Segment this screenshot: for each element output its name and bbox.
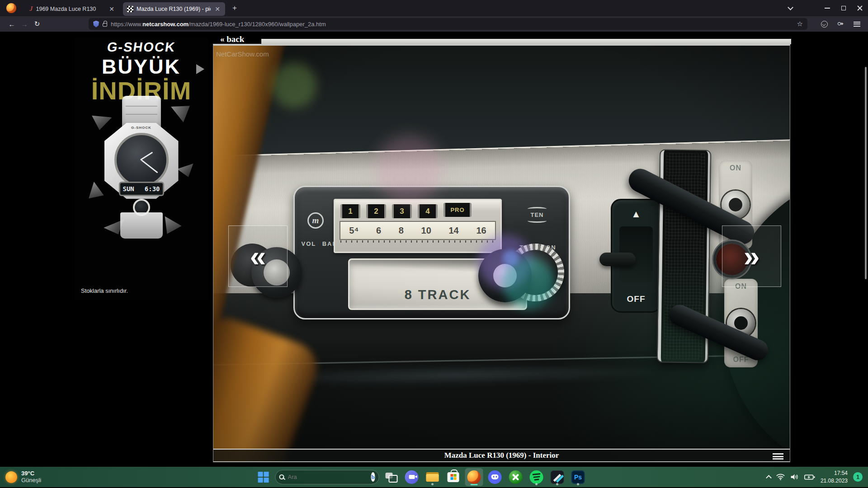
back-link[interactable]: « back [220,34,244,44]
firefox-button[interactable] [465,468,483,486]
task-view-button[interactable] [382,468,400,486]
sun-icon [5,471,17,483]
weather-widget[interactable]: 39°C Güneşli [0,470,41,484]
discord-button[interactable] [486,468,504,486]
task-view-icon [386,473,396,482]
wallpaper-engine-button[interactable] [548,468,566,486]
preset-button-3: 3 [392,204,412,218]
firefox-view-icon[interactable] [6,3,16,13]
notification-badge[interactable]: 1 [853,472,863,482]
windows-taskbar: 39°C Güneşli b Ps [0,467,868,487]
tab-mazda-pictures-active[interactable]: Mazda Luce R130 (1969) - pictur ✕ [123,2,225,16]
puzzle-piece-icon: ⚩ [838,20,844,28]
hidden-icons-chevron[interactable] [766,475,772,481]
xbox-button[interactable] [507,468,525,486]
photoshop-button[interactable]: Ps [569,468,587,486]
firefox-icon [467,470,481,484]
rocker-switch-panel: ▲ OFF [611,199,661,313]
url-bar[interactable]: https://www.netcarshow.com/mazda/1969-lu… [89,18,807,30]
radio-maker-logo: m [307,212,324,229]
page-scrollbar[interactable] [865,67,867,279]
netcarshow-watermark: NetCarShow.com [216,50,269,58]
extensions-button[interactable]: ⚩ [835,18,846,30]
clock[interactable]: 17:54 21.08.2023 [821,469,848,484]
ad-headline-1: BÜYÜK [75,55,208,79]
browser-titlebar: J 1969 Mazda Luce R130 ✕ Mazda Luce R130… [0,0,868,16]
gshock-ad-banner[interactable]: G-SHOCK BÜYÜK İNDİRİM G-SHOCK SUN 6:30 S… [75,38,208,300]
tab1-favicon: J [29,5,33,12]
bing-icon: b [371,472,375,482]
bokeh-flare [503,250,519,266]
double-chevron-left-icon: « [250,239,266,273]
car-interior-photo: m VOL BAL 1 2 3 4 PRO 5⁴ 6 8 10 [213,46,790,462]
chevron-down-icon [788,5,793,10]
minimize-icon [825,8,830,9]
wifi-icon[interactable] [776,474,785,480]
new-tab-button[interactable]: + [229,2,241,14]
wallpaper-image-frame: m VOL BAL 1 2 3 4 PRO 5⁴ 6 8 10 [213,44,790,462]
weather-temp: 39°C [21,470,41,477]
ten-logo-arc [528,207,547,211]
chat-camera-icon [405,470,419,484]
forward-button[interactable]: → [18,18,31,30]
tab-title: Mazda Luce R130 (1969) - pictur [137,6,211,12]
rocker-lever [599,253,636,266]
xbox-icon [509,470,523,484]
tray-date: 21.08.2023 [821,477,848,484]
next-image-button[interactable]: » [722,225,781,287]
tab-1969-mazda-luce[interactable]: J 1969 Mazda Luce R130 ✕ [25,2,119,16]
window-controls [782,0,868,16]
microsoft-store-button[interactable] [444,468,462,486]
bokeh-flare [271,63,316,108]
file-explorer-button[interactable] [424,468,442,486]
glass-shard [85,182,107,204]
lock-icon[interactable] [103,23,107,27]
menu-button[interactable] [851,18,863,30]
running-indicator [431,483,434,485]
watch-lcd: SUN 6:30 [119,182,164,196]
previous-image-button[interactable]: « [228,225,288,287]
pocket-button[interactable] [818,18,830,30]
restore-icon [841,6,846,10]
tab-close-icon[interactable]: ✕ [214,5,221,13]
eight-track-label: 8 TRACK [405,287,471,302]
tray-time: 17:54 [821,469,848,477]
glass-shard [177,164,193,177]
search-input[interactable] [288,474,368,480]
spotify-button[interactable] [528,468,546,486]
tab-close-icon[interactable]: ✕ [108,5,115,13]
ad-brand-logo: G-SHOCK [75,40,208,55]
url-text: https://www.netcarshow.com/mazda/1969-lu… [111,21,326,28]
taskbar-center-icons: b Ps [255,467,587,487]
taskbar-search[interactable]: b [275,470,379,484]
image-caption-bar: Mazda Luce R130 (1969) - Interior [213,449,790,462]
volume-icon[interactable] [790,474,799,480]
bokeh-flare [375,135,443,203]
running-indicator [556,483,558,485]
running-indicator [535,483,538,485]
image-caption-title: Mazda Luce R130 (1969) - Interior [444,451,559,460]
bookmark-star-icon[interactable]: ☆ [797,20,803,28]
weather-condition: Güneşli [21,477,41,484]
dial-number: 6 [376,225,381,236]
start-button[interactable] [255,468,273,486]
close-icon [857,5,863,11]
search-icon [279,474,284,479]
chat-button[interactable] [403,468,421,486]
list-all-tabs-button[interactable] [782,0,798,16]
gallery-menu-icon[interactable] [773,453,783,460]
close-button[interactable] [852,0,868,16]
dial-number: 14 [448,225,458,236]
battery-charging-icon[interactable] [804,474,815,480]
discord-icon [488,470,502,484]
preset-button-pro: PRO [443,203,472,217]
ten-logo: TEN [524,207,551,223]
minimize-button[interactable] [819,0,835,16]
hamburger-menu-icon [854,22,860,27]
watch-lcd-day: SUN [123,185,134,192]
back-button[interactable]: ← [5,18,18,30]
restore-button[interactable] [835,0,852,16]
watch-lcd-time: 6:30 [145,185,160,192]
tracking-protection-shield-icon[interactable] [93,21,99,28]
reload-button[interactable]: ↻ [31,18,43,30]
